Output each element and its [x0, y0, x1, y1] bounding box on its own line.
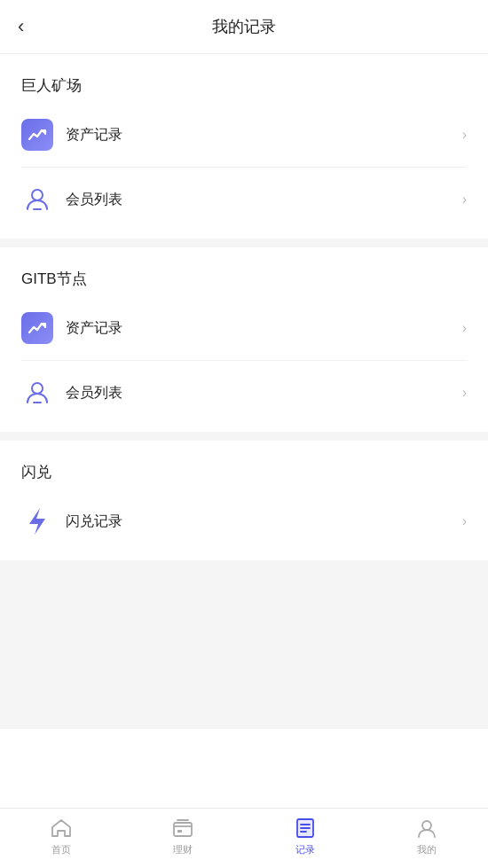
nav-label-mine: 我的: [417, 843, 437, 856]
menu-item-asset-record-2[interactable]: 资产记录 ›: [21, 296, 467, 361]
menu-label-asset-record-2: 资产记录: [66, 319, 455, 338]
records-icon: [293, 816, 318, 841]
page-title: 我的记录: [212, 16, 276, 37]
nav-label-home: 首页: [51, 843, 71, 856]
section-divider-2: [0, 432, 488, 441]
section-title-gitb-node: GITB节点: [21, 269, 467, 289]
member-icon-1: [21, 184, 53, 215]
menu-label-member-list-1: 会员列表: [66, 191, 455, 209]
section-title-giant-mine: 巨人矿场: [21, 75, 467, 96]
svg-rect-5: [174, 823, 192, 836]
svg-rect-6: [177, 830, 182, 833]
svg-point-2: [32, 383, 43, 394]
chevron-icon-4: ›: [462, 385, 467, 401]
nav-item-mine[interactable]: 我的: [366, 816, 489, 856]
nav-item-home[interactable]: 首页: [0, 816, 122, 856]
mine-icon: [414, 816, 439, 841]
nav-label-finance: 理财: [173, 843, 193, 856]
section-giant-mine: 巨人矿场 资产记录 › 会员列表 ›: [0, 54, 488, 231]
section-title-flash: 闪兑: [21, 462, 467, 482]
menu-label-member-list-2: 会员列表: [66, 384, 455, 403]
chevron-icon-5: ›: [462, 513, 467, 529]
bottom-nav: 首页 理财 记录: [0, 808, 488, 868]
menu-item-flash-record[interactable]: 闪兑记录 ›: [21, 489, 467, 553]
flash-icon: [21, 505, 53, 537]
menu-item-member-list-1[interactable]: 会员列表 ›: [21, 168, 467, 231]
chevron-icon-2: ›: [462, 192, 467, 207]
chevron-icon-1: ›: [462, 127, 467, 143]
section-divider-1: [0, 239, 488, 247]
menu-item-asset-record-1[interactable]: 资产记录 ›: [21, 103, 467, 168]
header: ‹ 我的记录: [0, 0, 488, 54]
gray-area: [0, 569, 488, 729]
svg-point-0: [32, 190, 43, 200]
menu-label-asset-record-1: 资产记录: [66, 126, 455, 145]
menu-item-member-list-2[interactable]: 会员列表 ›: [21, 361, 467, 425]
finance-icon: [170, 816, 195, 841]
section-flash-exchange: 闪兑 闪兑记录 ›: [0, 441, 488, 553]
nav-item-records[interactable]: 记录: [244, 816, 366, 856]
section-divider-3: [0, 560, 488, 569]
menu-label-flash-record: 闪兑记录: [66, 512, 455, 531]
section-gitb-node: GITB节点 资产记录 › 会员列表 ›: [0, 247, 488, 425]
home-icon: [49, 816, 74, 841]
member-icon-2: [21, 377, 53, 409]
asset-icon-2: [21, 312, 53, 344]
nav-item-finance[interactable]: 理财: [122, 816, 245, 856]
svg-point-12: [422, 821, 431, 830]
main-content: 巨人矿场 资产记录 › 会员列表 ›: [0, 54, 488, 808]
nav-label-records: 记录: [295, 843, 315, 856]
svg-rect-11: [297, 819, 313, 837]
svg-marker-4: [29, 508, 45, 535]
back-button[interactable]: ‹: [18, 15, 24, 38]
asset-icon-1: [21, 119, 53, 151]
chevron-icon-3: ›: [462, 320, 467, 336]
